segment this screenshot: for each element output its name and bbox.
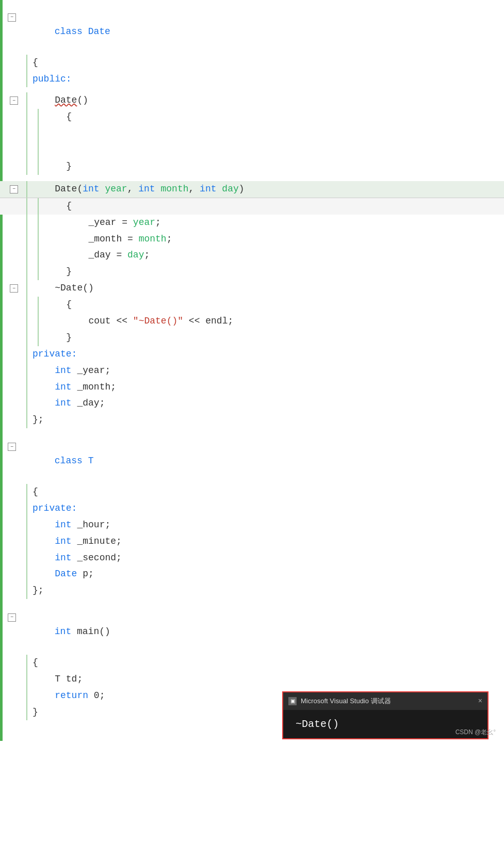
keyword-public: public: xyxy=(32,74,72,84)
line-constructor-close: } xyxy=(0,158,504,175)
code-empty-2 xyxy=(44,142,504,158)
fold-indicator-constructor-params[interactable]: − xyxy=(3,181,21,193)
keyword-class: class xyxy=(55,26,88,37)
gutter-isec xyxy=(3,550,21,552)
fold-indicator-class-T[interactable]: − xyxy=(3,439,21,451)
ig-cout1 xyxy=(26,313,27,330)
line-empty-2 xyxy=(0,142,504,158)
fn-Date-default: Date xyxy=(55,95,77,105)
line-T-open: { xyxy=(0,484,504,500)
line-d-open: { xyxy=(0,297,504,313)
line-T-td: T td; xyxy=(0,671,504,688)
gutter-private xyxy=(3,346,21,348)
line-destructor: − ~Date() xyxy=(0,280,504,297)
ig-cpo2 xyxy=(38,198,39,215)
indent-guide-c3 xyxy=(38,109,39,125)
ig-cout2 xyxy=(38,313,39,330)
fold-btn-destructor[interactable]: − xyxy=(10,284,18,293)
fold-btn-main[interactable]: − xyxy=(8,613,16,622)
fold-btn-constructor-params[interactable]: − xyxy=(10,185,18,193)
gutter-id xyxy=(3,395,21,397)
code-constructor-params: Date(int year, int month, int day) xyxy=(32,181,504,198)
ig-iy1 xyxy=(26,363,27,379)
code-destructor: ~Date() xyxy=(32,280,504,297)
ig-cpo1 xyxy=(26,198,27,215)
code-private: private: xyxy=(32,346,504,363)
fold-indicator-main[interactable]: − xyxy=(3,609,21,622)
terminal-title-text: Microsoft Visual Studio 调试器 xyxy=(301,696,391,706)
gutter-public xyxy=(3,71,21,73)
keyword-private: private: xyxy=(32,349,77,359)
fold-indicator-destructor[interactable]: − xyxy=(3,280,21,293)
keyword-class-T: class xyxy=(55,456,88,466)
gutter-cc xyxy=(3,158,21,160)
ig-To1 xyxy=(26,484,27,500)
fold-btn-class-T[interactable]: − xyxy=(8,443,16,451)
fold-btn-class-date[interactable]: − xyxy=(8,13,16,22)
ig-Tc1 xyxy=(26,582,27,599)
spacer-2 xyxy=(0,175,504,181)
spacer-1 xyxy=(0,87,504,92)
gutter-cp-open xyxy=(3,198,21,200)
ig-imin1 xyxy=(26,533,27,550)
code-T-close-brace: }; xyxy=(32,582,504,599)
gutter-ret xyxy=(3,688,21,689)
gutter-1 xyxy=(3,55,21,56)
ig-cdc1 xyxy=(26,412,27,428)
code-class-date-close: }; xyxy=(32,412,504,428)
code-editor: − class Date { public: − Date() { xyxy=(0,0,504,741)
code-cp-open-brace: { xyxy=(44,198,504,215)
code-date-p: Date p; xyxy=(32,566,504,582)
ig-ttd1 xyxy=(26,671,27,688)
ig-e2b xyxy=(38,142,39,158)
code-month-assign: _month = month; xyxy=(44,231,504,248)
kw-int-year: int xyxy=(83,184,99,194)
spacer-4 xyxy=(0,599,504,609)
fold-btn-constructor[interactable]: − xyxy=(10,96,18,105)
gutter-ma xyxy=(3,231,21,233)
watermark: CSDN @老幺° xyxy=(456,727,496,737)
string-date-output: "~Date()" xyxy=(133,316,183,326)
fold-indicator-constructor[interactable]: − xyxy=(3,92,21,105)
ig-cc2 xyxy=(38,158,39,175)
code-d-open-brace: { xyxy=(44,297,504,313)
line-cout: cout << "~Date()" << endl; xyxy=(0,313,504,330)
ig-ya2 xyxy=(38,215,39,231)
code-constructor-default: Date() xyxy=(32,92,504,109)
line-month-assign: _month = month; xyxy=(0,231,504,248)
kw-int-hour: int xyxy=(55,520,71,530)
ig-mo1 xyxy=(26,655,27,671)
ig-ma1 xyxy=(26,231,27,248)
code-int-year: int _year; xyxy=(32,363,504,379)
terminal-close-btn[interactable]: × xyxy=(478,695,482,707)
kw-int-year-member: int xyxy=(55,365,71,376)
ig-ret1 xyxy=(26,688,27,704)
ig-e1a xyxy=(26,125,27,142)
kw-return: return xyxy=(55,690,88,701)
terminal-output-text: ~Date() xyxy=(296,718,339,730)
ig-cc1 xyxy=(26,158,27,175)
kw-int-day: int xyxy=(200,184,216,194)
code-empty-1 xyxy=(44,125,504,142)
line-private: private: xyxy=(0,346,504,363)
code-int-minute: int _minute; xyxy=(32,533,504,550)
code-main-open-brace: { xyxy=(32,655,504,671)
ig-cp1 xyxy=(26,181,27,198)
code-T-td: T td; xyxy=(32,671,504,688)
line-constructor-params: − Date(int year, int month, int day) xyxy=(0,181,504,198)
ig-id1 xyxy=(26,395,27,412)
gutter-ttd xyxy=(3,671,21,673)
line-public: public: xyxy=(0,71,504,88)
param-day: day xyxy=(222,184,238,194)
terminal-titlebar: ▣ Microsoft Visual Studio 调试器 × xyxy=(283,692,487,710)
fold-indicator-class-date[interactable]: − xyxy=(3,9,21,22)
kw-int-second: int xyxy=(55,553,71,563)
code-int-hour: int _hour; xyxy=(32,517,504,533)
ig-e2a xyxy=(26,142,27,158)
gutter-da xyxy=(3,247,21,249)
gutter-dc xyxy=(3,330,21,331)
code-int-month: int _month; xyxy=(32,379,504,396)
ig-do2 xyxy=(38,297,39,313)
terminal-app-icon: ▣ xyxy=(288,697,297,705)
line-date-p: Date p; xyxy=(0,566,504,582)
